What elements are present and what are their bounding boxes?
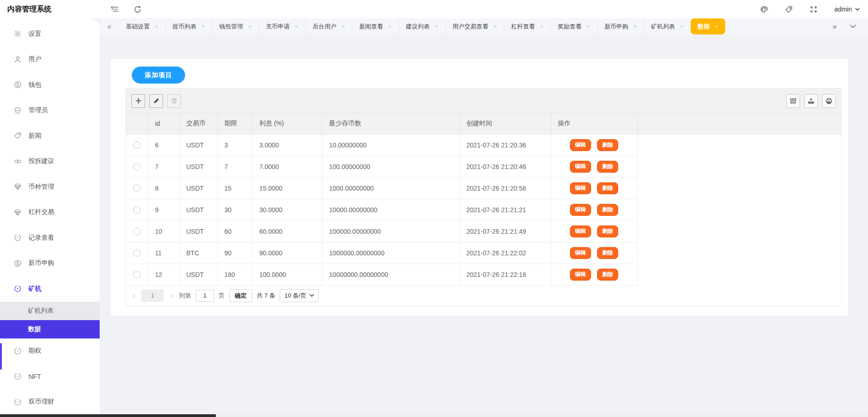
tag-icon[interactable] xyxy=(785,5,793,13)
delete-button[interactable]: 删除 xyxy=(597,182,618,194)
tab-close-icon[interactable]: × xyxy=(435,23,439,30)
tab[interactable]: 杠杆查看 × xyxy=(504,18,551,34)
sidebar-item-icon xyxy=(14,347,22,355)
sidebar-item[interactable]: 新币申购 xyxy=(0,251,100,276)
edit-button[interactable]: 编辑 xyxy=(570,182,591,194)
edit-button[interactable]: 编辑 xyxy=(570,204,591,216)
tab-close-icon[interactable]: × xyxy=(586,23,590,30)
column-header[interactable]: 创建时间 xyxy=(459,113,551,134)
tab[interactable]: 矿机列表 × xyxy=(644,18,691,34)
toolbar-button[interactable] xyxy=(822,94,836,108)
goto-page-input[interactable] xyxy=(196,290,214,302)
tab-close-icon[interactable]: × xyxy=(680,23,684,30)
tab-close-icon[interactable]: × xyxy=(633,23,637,30)
theme-palette-icon[interactable] xyxy=(760,5,768,13)
sidebar-item[interactable]: 钱包 xyxy=(0,72,100,98)
header-icon[interactable] xyxy=(133,5,141,13)
toolbar-button[interactable] xyxy=(131,94,145,108)
header-icon[interactable] xyxy=(110,5,118,13)
sidebar-item[interactable]: 矿机列表 xyxy=(0,302,100,320)
sidebar-item[interactable]: 币种管理 xyxy=(0,174,100,200)
tab-close-icon[interactable]: × xyxy=(540,23,544,30)
tab-close-icon[interactable]: × xyxy=(248,23,252,30)
column-header[interactable] xyxy=(126,113,148,134)
edit-button[interactable]: 编辑 xyxy=(570,247,591,259)
tab[interactable]: 数据 × xyxy=(691,18,725,34)
row-radio[interactable] xyxy=(133,206,141,214)
tab[interactable]: 钱包管理 × xyxy=(212,18,259,34)
toolbar-button[interactable] xyxy=(167,94,181,108)
prev-page-icon[interactable]: ‹ xyxy=(130,292,137,300)
tab[interactable]: 建议列表 × xyxy=(399,18,446,34)
sidebar-item[interactable]: 新闻 xyxy=(0,123,100,149)
toolbar-button-icon xyxy=(807,97,815,105)
horizontal-scrollbar[interactable] xyxy=(0,414,868,417)
tab[interactable]: 奖励查看 × xyxy=(551,18,597,34)
row-radio[interactable] xyxy=(133,228,141,235)
sidebar-item[interactable]: 数据 xyxy=(0,320,100,338)
tab-close-icon[interactable]: × xyxy=(202,23,205,30)
row-radio[interactable] xyxy=(133,271,141,278)
tab-close-icon[interactable]: × xyxy=(493,23,497,30)
toolbar-button[interactable] xyxy=(149,94,163,108)
page-size-select[interactable]: 10 条/页 xyxy=(280,289,319,302)
toolbar-button[interactable] xyxy=(804,94,818,108)
next-page-icon[interactable]: › xyxy=(168,292,175,300)
sidebar-item[interactable]: 设置 xyxy=(0,21,100,47)
sidebar-item[interactable]: NFT xyxy=(0,364,100,389)
row-radio[interactable] xyxy=(133,163,141,170)
row-radio[interactable] xyxy=(133,185,141,192)
edit-button[interactable]: 编辑 xyxy=(570,225,591,237)
delete-button[interactable]: 删除 xyxy=(597,225,618,237)
tabs-menu-chevron-icon[interactable] xyxy=(850,24,856,28)
toolbar-button[interactable] xyxy=(786,94,800,108)
column-header[interactable]: 交易币 xyxy=(179,113,217,134)
edit-button[interactable]: 编辑 xyxy=(570,161,591,173)
tab[interactable]: 提币列表 × xyxy=(166,18,213,34)
delete-button[interactable]: 删除 xyxy=(597,204,618,216)
column-header[interactable]: 最少存币数 xyxy=(322,113,459,134)
tab-close-icon[interactable]: × xyxy=(341,23,345,30)
goto-confirm-button[interactable]: 确定 xyxy=(229,289,252,302)
tab[interactable]: 新币申购 × xyxy=(597,18,644,34)
toolbar-button-icon xyxy=(171,97,178,104)
tab-close-icon[interactable]: × xyxy=(155,23,158,30)
current-page-button[interactable]: 1 xyxy=(141,290,163,302)
delete-button[interactable]: 删除 xyxy=(597,247,618,259)
column-header[interactable]: 期限 xyxy=(217,113,252,134)
horizontal-scrollbar-thumb[interactable] xyxy=(0,414,216,417)
sidebar-item[interactable]: 杠杆交易 xyxy=(0,200,100,225)
delete-button[interactable]: 删除 xyxy=(597,161,618,173)
delete-button[interactable]: 删除 xyxy=(597,139,618,151)
sidebar-item[interactable]: 用户 xyxy=(0,47,100,73)
sidebar-scrollbar-thumb[interactable] xyxy=(0,343,2,370)
sidebar-item[interactable]: 矿机 xyxy=(0,276,100,302)
sidebar-item[interactable]: 记录查看 xyxy=(0,225,100,251)
tab[interactable]: 新闻查看 × xyxy=(352,18,399,34)
tab-close-icon[interactable]: × xyxy=(295,23,299,30)
edit-button[interactable]: 编辑 xyxy=(570,139,591,151)
sidebar-item[interactable]: 管理员 xyxy=(0,98,100,124)
fullscreen-icon[interactable] xyxy=(810,5,818,13)
row-radio[interactable] xyxy=(133,249,141,257)
sidebar-item[interactable]: 投拆建议 xyxy=(0,149,100,175)
edit-button[interactable]: 编辑 xyxy=(570,269,591,281)
tabs-scroll-right-icon[interactable]: » xyxy=(833,23,837,31)
tab[interactable]: 用户交易查看 × xyxy=(445,18,504,34)
tab[interactable]: 充币申请 × xyxy=(259,18,306,34)
column-header[interactable]: id xyxy=(148,113,179,134)
column-header[interactable]: 利息 (%) xyxy=(252,113,322,134)
tabs-scroll-left-icon[interactable]: « xyxy=(100,23,119,31)
tab[interactable]: 基础设置 × xyxy=(119,18,166,34)
row-radio[interactable] xyxy=(133,141,141,149)
tab-close-icon[interactable]: × xyxy=(388,23,392,30)
tab[interactable]: 后台用户 × xyxy=(305,18,352,34)
tab-close-icon[interactable]: × xyxy=(715,23,718,30)
user-menu[interactable]: admin xyxy=(834,6,860,13)
column-header[interactable]: 操作 xyxy=(551,113,637,134)
sidebar-item[interactable]: 期权 xyxy=(0,338,100,364)
add-item-button[interactable]: 添加项目 xyxy=(132,67,185,84)
sidebar-item[interactable]: 双币理财 xyxy=(0,389,100,415)
delete-button[interactable]: 删除 xyxy=(597,269,618,281)
column-header[interactable] xyxy=(637,113,841,134)
